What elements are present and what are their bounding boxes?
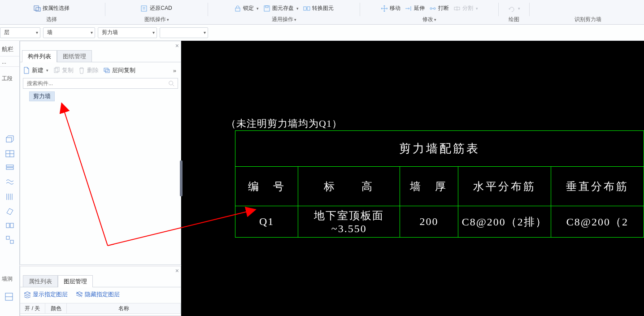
- new-button[interactable]: 新建 ▾: [23, 66, 48, 74]
- restore-cad-button[interactable]: 还原CAD: [140, 4, 173, 13]
- td-thickness: 200: [400, 206, 458, 238]
- nav-title: 航栏: [2, 45, 13, 53]
- nav-segment[interactable]: 工段: [0, 73, 19, 84]
- floor-selector[interactable]: 层 ▾: [0, 27, 40, 38]
- split-button: 分割 ▾: [453, 4, 479, 13]
- close-icon[interactable]: ×: [175, 267, 179, 274]
- show-layer-label: 显示指定图层: [33, 290, 68, 299]
- svg-rect-11: [6, 138, 12, 142]
- break-label: 打断: [438, 4, 449, 12]
- ribbon-toolbar: 按属性选择 选择 还原CAD 图纸操作▾ 锁定 ▾: [0, 0, 644, 25]
- copy-button: 复制: [53, 66, 74, 74]
- convert-element-label: 转换图元: [312, 4, 334, 12]
- nav-hole[interactable]: 墙洞: [2, 275, 13, 283]
- cad-note-text: （未注明剪力墙均为Q1）: [226, 117, 342, 130]
- cad-canvas[interactable]: （未注明剪力墙均为Q1） 剪力墙配筋表 编 号 标 高 墙 厚 水平分布筋 垂直…: [181, 41, 644, 316]
- svg-point-8: [430, 8, 432, 9]
- layers-off-icon: [76, 291, 83, 298]
- hide-layer-button[interactable]: 隐藏指定图层: [76, 290, 120, 299]
- table-title: 剪力墙配筋表: [235, 131, 644, 167]
- stack-icon[interactable]: [5, 164, 15, 173]
- ribbon-group-label-modify: 修改▾: [422, 16, 436, 24]
- subtype-selector[interactable]: 剪力墙 ▾: [98, 27, 157, 38]
- tab-drawing-manage[interactable]: 图纸管理: [57, 50, 92, 62]
- search-input[interactable]: [23, 78, 178, 89]
- tab-components[interactable]: 构件列表: [22, 50, 57, 62]
- td-horizontal: C8@200（2排）: [458, 206, 551, 238]
- chevron-down-icon[interactable]: ▾: [257, 6, 259, 11]
- misc-icon[interactable]: [4, 292, 13, 303]
- col-name: 名称: [67, 303, 181, 313]
- category-selector-value: 墙: [47, 29, 52, 36]
- subtype-selector-value: 剪力墙: [102, 29, 118, 36]
- undo-icon: [508, 5, 515, 12]
- nav-stripe[interactable]: ...: [0, 56, 19, 67]
- chevron-down-icon: ▾: [150, 30, 155, 35]
- col-onoff: 开 / 关: [20, 303, 45, 313]
- svg-rect-0: [34, 6, 39, 10]
- chevron-down-icon[interactable]: ▾: [167, 17, 169, 22]
- close-icon[interactable]: ×: [175, 42, 179, 49]
- waves-icon[interactable]: [5, 178, 15, 187]
- tab-properties[interactable]: 属性列表: [23, 275, 58, 287]
- svg-rect-5: [265, 6, 268, 8]
- convert-icon: [303, 5, 310, 12]
- cad-rebar-table: 剪力墙配筋表 编 号 标 高 墙 厚 水平分布筋 垂直分布筋 Q1 地下室顶板面…: [235, 130, 644, 238]
- solid-icon[interactable]: [5, 207, 15, 216]
- svg-rect-6: [304, 7, 306, 10]
- extend-label: 延伸: [414, 4, 425, 12]
- cube-icon[interactable]: [5, 135, 15, 144]
- lock-button[interactable]: 锁定 ▾: [233, 4, 260, 13]
- outer-left-column: 航栏 ... 工段 墙洞: [0, 41, 20, 316]
- layer-manage-panel: × 属性列表 图层管理 显示指定图层 隐藏指定图层 开 / 关 颜色 名称: [20, 266, 181, 316]
- floor-selector-value: 层: [4, 29, 9, 36]
- chevron-down-icon[interactable]: ▾: [46, 68, 48, 73]
- hatch-icon[interactable]: [5, 192, 15, 201]
- delete-button: 删除: [78, 66, 99, 74]
- category-selector[interactable]: 墙 ▾: [43, 27, 95, 38]
- extend-icon: [405, 5, 412, 12]
- new-file-icon: [23, 67, 30, 74]
- property-select-button[interactable]: 按属性选择: [33, 4, 70, 13]
- th-thickness: 墙 厚: [400, 167, 458, 206]
- ribbon-separator: [105, 3, 105, 16]
- delete-label: 删除: [87, 66, 99, 74]
- th-vertical: 垂直分布筋: [551, 167, 644, 206]
- instance-selector[interactable]: ▾: [160, 27, 208, 38]
- td-number: Q1: [235, 206, 298, 238]
- block-icon[interactable]: [5, 221, 15, 230]
- tab-layer-manage[interactable]: 图层管理: [58, 275, 93, 287]
- th-number: 编 号: [235, 167, 298, 206]
- save-icon: [263, 5, 270, 12]
- property-select-icon: [34, 5, 41, 12]
- convert-element-button[interactable]: 转换图元: [302, 4, 335, 13]
- td-vertical: C8@200（2: [551, 206, 644, 238]
- ribbon-group-label-general: 通用操作▾: [272, 16, 296, 24]
- grid-icon[interactable]: [5, 149, 15, 158]
- left-tool-icons: [0, 135, 19, 244]
- panel2-tabs: 属性列表 图层管理: [23, 275, 93, 287]
- chevron-down-icon[interactable]: ▾: [434, 17, 436, 22]
- panel-toolbar: 新建 ▾ 复制 删除 层间复制 »: [23, 65, 178, 76]
- svg-rect-2: [141, 6, 147, 11]
- quad-icon[interactable]: [5, 235, 15, 244]
- th-elevation: 标 高: [298, 167, 400, 206]
- copy-label: 复制: [62, 66, 74, 74]
- ribbon-group-label-drawings: 图纸操作▾: [144, 16, 169, 24]
- more-button[interactable]: »: [173, 67, 178, 74]
- hide-layer-label: 隐藏指定图层: [85, 290, 120, 299]
- svg-rect-16: [10, 223, 13, 228]
- ribbon-group-label-select: 选择: [46, 16, 57, 24]
- break-button[interactable]: 打断: [428, 4, 450, 13]
- chevron-down-icon: ▾: [201, 30, 206, 35]
- chevron-down-icon[interactable]: ▾: [294, 17, 296, 22]
- show-layer-button[interactable]: 显示指定图层: [24, 290, 68, 299]
- move-button[interactable]: 移动: [380, 4, 401, 13]
- chevron-down-icon[interactable]: ▾: [296, 6, 299, 11]
- extend-button[interactable]: 延伸: [404, 4, 426, 13]
- tree-item-shearwall[interactable]: 剪力墙: [29, 91, 55, 101]
- property-select-label: 按属性选择: [43, 4, 70, 12]
- save-element-button[interactable]: 图元存盘 ▾: [262, 4, 300, 13]
- splitter-handle[interactable]: [180, 160, 183, 196]
- floor-copy-button[interactable]: 层间复制: [103, 66, 135, 74]
